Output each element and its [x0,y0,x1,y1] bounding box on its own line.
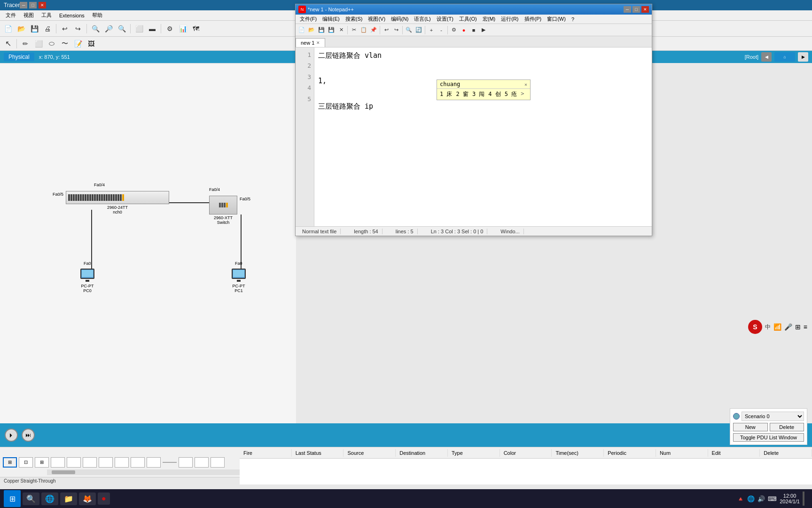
npp-saveall[interactable]: 💾 [327,25,336,35]
switch0-device[interactable]: Fa0/4 Fa0/5 [66,191,169,214]
npp-record[interactable]: ● [459,25,468,35]
npp-zoomin[interactable]: + [427,25,436,35]
save-button[interactable]: 💾 [28,23,40,35]
npp-playback[interactable]: ▶ [479,25,488,35]
switch1-device[interactable]: Fa0/4 Fa0/5 2960-XTTSwitch [209,196,237,225]
npp-zoomout[interactable]: - [437,25,446,35]
npp-replace[interactable]: 🔄 [414,25,423,35]
toolbar-btn6[interactable]: 📊 [177,23,189,35]
wire-scrollbar-thumb[interactable] [52,470,75,474]
pc0-device[interactable]: Fa0 PC-PTPC0 [79,269,96,293]
npp-settings[interactable]: ⚙ [449,25,459,35]
ac-close-btn[interactable]: ✕ [524,82,527,87]
select-tool[interactable]: ↖ [2,38,14,50]
wire-scrollbar[interactable] [47,469,240,475]
wire-type-3[interactable] [51,457,65,468]
ac-more[interactable]: > [521,90,524,98]
rect-tool[interactable]: ⬜ [32,38,45,50]
npp-maximize[interactable]: □ [632,6,640,13]
npp-menu-search[interactable]: 搜索(S) [343,15,366,23]
taskbar-item-4[interactable]: 🦊 [79,492,96,505]
npp-menu-language[interactable]: 语言(L) [411,15,433,23]
ac-cand-5[interactable]: 5 疮 [505,90,517,98]
play-button[interactable]: ⏵ [5,429,18,442]
rect-button[interactable]: ⬜ [133,23,145,35]
start-button[interactable]: ⊞ [4,490,21,507]
toolbar-btn5[interactable]: ⚙ [164,23,176,35]
open-button[interactable]: 📂 [15,23,27,35]
menu-file[interactable]: 文件 [2,11,20,20]
back-button[interactable]: ◀ [761,52,772,62]
zoom-out-button[interactable]: 🔎 [102,23,115,35]
npp-close[interactable]: ✕ [641,6,649,13]
npp-close[interactable]: ✕ [336,25,346,35]
wire-type-5[interactable] [83,457,97,468]
wire-type-7[interactable] [115,457,129,468]
npp-open[interactable]: 📂 [307,25,316,35]
wire-type-2[interactable]: ⊞ [35,457,49,468]
npp-minimize[interactable]: ─ [624,6,631,13]
npp-copy[interactable]: 📋 [359,25,368,35]
wire-type-4[interactable] [67,457,81,468]
npp-editor[interactable]: 1 2 3 4 5 二层链路聚合 vlan 1, 三层链路聚合 ip chuan… [296,48,652,226]
taskbar-item-1[interactable]: 🔍 [23,492,39,505]
taskbar-item-5[interactable]: ● [98,492,110,505]
npp-menu-edit[interactable]: 编辑(E) [320,15,343,23]
ac-cand-2[interactable]: 2 窗 [456,90,468,98]
menu-tools[interactable]: 工具 [38,11,55,20]
ac-cand-4[interactable]: 4 创 [488,90,500,98]
fastforward-button[interactable]: ⏭ [22,429,35,442]
wire-type-6[interactable] [99,457,113,468]
npp-stop[interactable]: ■ [469,25,478,35]
npp-menu-help[interactable]: ? [569,16,577,23]
npp-menu-plugins[interactable]: 插件(P) [522,15,545,23]
npp-menu-macro[interactable]: 宏(M) [480,15,499,23]
npp-redo[interactable]: ↪ [391,25,401,35]
npp-cut[interactable]: ✂ [349,25,359,35]
forward-button[interactable]: ▶ [798,52,808,62]
ellipse-tool[interactable]: ⬭ [46,38,58,50]
npp-menu-view[interactable]: 视图(V) [365,15,388,23]
wire-type-13[interactable] [211,457,225,468]
npp-menu-tools[interactable]: 工具(O) [456,15,480,23]
menu-extensions[interactable]: Extensions [55,12,88,19]
maximize-button[interactable]: □ [29,2,37,8]
wire-type-12[interactable] [195,457,209,468]
wire-type-9[interactable] [147,457,161,468]
npp-menu-run[interactable]: 运行(R) [498,15,521,23]
npp-save[interactable]: 💾 [317,25,326,35]
menu-help[interactable]: 帮助 [88,11,106,20]
npp-tab-new1[interactable]: new 1 ✕ [296,38,325,47]
npp-paste[interactable]: 📌 [369,25,378,35]
pen-tool[interactable]: ✏ [19,38,31,50]
image-tool[interactable]: 🖼 [85,38,97,50]
new-button[interactable]: 📄 [2,23,14,35]
pc1-device[interactable]: Fa0 PC-PTPC1 [230,269,247,293]
toggle-pdu-button[interactable]: Toggle PDU List Window [733,433,804,442]
zoom-in-button[interactable]: 🔍 [89,23,102,35]
taskbar-item-2[interactable]: 🌐 [41,492,58,505]
npp-tab-close[interactable]: ✕ [316,40,320,45]
wire-type-11[interactable] [179,457,193,468]
line-button[interactable]: ▬ [146,23,158,35]
minimize-button[interactable]: ─ [20,2,27,8]
undo-button[interactable]: ↩ [59,23,71,35]
npp-menu-file[interactable]: 文件(F) [297,15,320,23]
print-button[interactable]: 🖨 [41,23,54,35]
ac-cand-1[interactable]: 1 床 [440,90,452,98]
npp-menu-encoding[interactable]: 编码(N) [388,15,411,23]
show-desktop[interactable] [803,492,804,506]
editor-content[interactable]: 二层链路聚合 vlan 1, 三层链路聚合 ip [314,48,652,226]
ac-cand-3[interactable]: 3 闯 [472,90,484,98]
zoom-reset-button[interactable]: 🔍 [116,23,128,35]
freehand-tool[interactable]: 〜 [59,38,71,50]
close-button[interactable]: ✕ [39,2,46,8]
home-button[interactable]: ⌂ [774,52,795,62]
scenario-select[interactable]: Scenario 0 [742,412,804,421]
npp-undo[interactable]: ↩ [382,25,391,35]
npp-menu-settings[interactable]: 设置(T) [434,15,456,23]
npp-menu-window[interactable]: 窗口(W) [544,15,569,23]
wire-type-10[interactable] [163,462,177,463]
new-scenario-button[interactable]: New [733,423,768,431]
toolbar-btn7[interactable]: 🗺 [190,23,202,35]
